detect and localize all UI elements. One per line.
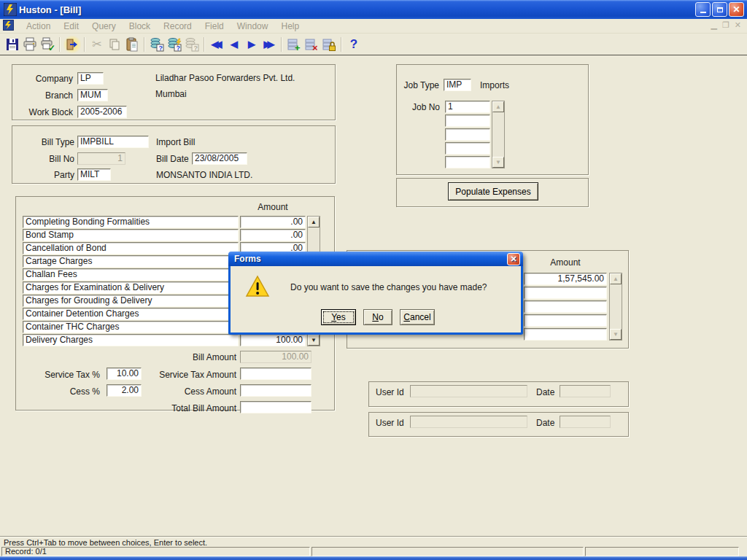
job-no-field[interactable] bbox=[445, 142, 490, 155]
save-icon[interactable] bbox=[4, 36, 21, 53]
previous-record-icon[interactable]: ◀ bbox=[225, 36, 243, 53]
company-label: Company bbox=[15, 74, 73, 84]
charges-amount-header: Amount bbox=[240, 202, 306, 212]
party-label: Party bbox=[16, 170, 74, 180]
minimize-button[interactable] bbox=[695, 2, 711, 17]
charge-name-field[interactable]: Container Detention Charges bbox=[23, 308, 239, 320]
menu-action[interactable]: Action bbox=[20, 20, 57, 33]
menu-block[interactable]: Block bbox=[123, 20, 157, 33]
mdi-close-icon[interactable]: ✕ bbox=[735, 20, 741, 30]
service-tax-amount-field[interactable] bbox=[240, 368, 311, 380]
user-id-label: User Id bbox=[376, 418, 404, 428]
dialog-titlebar: Forms ✕ bbox=[228, 252, 523, 266]
job-amount-field[interactable] bbox=[524, 328, 607, 341]
next-record-icon[interactable]: ▶ bbox=[243, 36, 260, 53]
scroll-up-icon[interactable]: ▲ bbox=[492, 101, 504, 112]
charge-amount-field[interactable]: .00 bbox=[240, 216, 306, 228]
menu-edit[interactable]: Edit bbox=[57, 20, 85, 33]
scroll-up-icon[interactable]: ▲ bbox=[308, 217, 320, 228]
menu-help[interactable]: Help bbox=[274, 20, 306, 33]
exit-icon[interactable] bbox=[63, 36, 81, 53]
print-icon[interactable] bbox=[21, 36, 39, 53]
populate-expenses-button[interactable]: Populate Expenses bbox=[448, 182, 538, 201]
restore-button[interactable] bbox=[712, 2, 727, 17]
job-no-field[interactable] bbox=[445, 128, 490, 141]
charge-name-field[interactable]: Challan Fees bbox=[23, 268, 239, 281]
job-no-field[interactable] bbox=[445, 114, 490, 127]
work-block-field[interactable]: 2005-2006 bbox=[77, 106, 127, 118]
party-name-text: MONSANTO INDIA LTD. bbox=[156, 170, 252, 180]
menu-bar: Action Edit Query Block Record Field Win… bbox=[0, 19, 747, 34]
menu-query[interactable]: Query bbox=[85, 20, 123, 33]
insert-record-icon[interactable]: + bbox=[285, 36, 303, 53]
menu-field[interactable]: Field bbox=[198, 20, 231, 33]
scroll-down-icon[interactable]: ▼ bbox=[492, 157, 504, 168]
charge-name-field[interactable]: Charges for Examination & Delivery bbox=[23, 281, 239, 294]
job-amount-field[interactable] bbox=[524, 314, 607, 327]
job-amount-field[interactable]: 1,57,545.00 bbox=[524, 273, 607, 285]
job-type-field[interactable]: IMP bbox=[444, 79, 471, 91]
no-button[interactable]: No bbox=[363, 309, 392, 325]
forms-dialog: Forms ✕ Do you want to save the changes … bbox=[228, 252, 523, 335]
job-amount-field[interactable] bbox=[524, 300, 607, 313]
scroll-down-icon[interactable]: ▼ bbox=[610, 329, 622, 340]
cess-amount-field[interactable] bbox=[240, 384, 311, 397]
charge-amount-field[interactable]: 100.00 bbox=[240, 334, 306, 346]
branch-label: Branch bbox=[15, 90, 73, 101]
bill-amount-field: 100.00 bbox=[240, 351, 311, 363]
help-icon[interactable]: ? bbox=[345, 36, 363, 53]
date-label: Date bbox=[536, 387, 554, 397]
party-field[interactable]: MILT bbox=[77, 168, 111, 181]
paste-icon[interactable] bbox=[123, 36, 141, 53]
total-bill-amount-field[interactable] bbox=[240, 401, 311, 413]
execute-query-icon[interactable]: ? bbox=[166, 36, 183, 53]
job-amount-field[interactable] bbox=[524, 287, 607, 299]
cancel-button[interactable]: Cancel bbox=[400, 309, 435, 325]
charge-name-field[interactable]: Completing Bonding Formalities bbox=[23, 216, 239, 228]
taskbar-edge bbox=[0, 556, 747, 560]
scroll-down-icon[interactable]: ▼ bbox=[308, 335, 320, 346]
bill-date-field[interactable]: 23/08/2005 bbox=[192, 152, 247, 165]
dialog-close-icon[interactable]: ✕ bbox=[507, 253, 520, 265]
menu-window[interactable]: Window bbox=[231, 20, 275, 33]
bill-no-label: Bill No bbox=[16, 154, 74, 164]
close-button[interactable]: ✕ bbox=[729, 2, 744, 17]
window-title: Huston - [Bill] bbox=[19, 4, 81, 15]
job-no-scrollbar[interactable]: ▲ ▼ bbox=[492, 101, 505, 168]
mdi-minimize-icon[interactable]: ▁ bbox=[711, 20, 716, 30]
bill-type-field[interactable]: IMPBILL bbox=[77, 136, 149, 148]
job-amounts-scrollbar[interactable]: ▲ ▼ bbox=[609, 273, 622, 341]
yes-button[interactable]: Yes bbox=[321, 309, 356, 325]
enter-query-icon[interactable]: ? bbox=[148, 36, 166, 53]
charge-name-field[interactable]: Bond Stamp bbox=[23, 229, 239, 241]
charge-name-field[interactable]: Cartage Charges bbox=[23, 255, 239, 268]
lock-record-icon[interactable] bbox=[320, 36, 338, 53]
bill-type-desc-text: Import Bill bbox=[156, 137, 195, 147]
status-cell bbox=[585, 547, 739, 556]
charge-name-field[interactable]: Charges for Grouding & Delivery bbox=[23, 295, 239, 307]
company-field[interactable]: LP bbox=[77, 72, 104, 85]
charge-name-field[interactable]: Delivery Charges bbox=[23, 334, 239, 346]
cut-icon[interactable]: ✂ bbox=[88, 36, 106, 53]
delete-record-icon[interactable]: × bbox=[303, 36, 320, 53]
first-record-icon[interactable]: ◀◀ bbox=[208, 36, 225, 53]
charge-amount-field[interactable]: .00 bbox=[240, 229, 306, 241]
service-tax-amount-label: Service Tax Amount bbox=[120, 370, 236, 380]
branch-field[interactable]: MUM bbox=[77, 89, 108, 101]
charge-name-field[interactable]: Cancellation of Bond bbox=[23, 242, 239, 254]
toolbar-separator bbox=[144, 37, 145, 52]
copy-icon[interactable] bbox=[106, 36, 123, 53]
toolbar-separator bbox=[204, 37, 205, 52]
window-titlebar: Huston - [Bill] ✕ bbox=[0, 0, 747, 19]
toolbar: ✓ ✂ ? ? ? ◀◀ ◀ ▶ ▶▶ + × ? bbox=[0, 34, 747, 55]
scroll-up-icon[interactable]: ▲ bbox=[610, 273, 622, 284]
menu-record[interactable]: Record bbox=[157, 20, 198, 33]
last-record-icon[interactable]: ▶▶ bbox=[260, 36, 278, 53]
svg-text:+: + bbox=[295, 42, 301, 52]
job-no-field[interactable] bbox=[445, 156, 490, 168]
bill-no-field: 1 bbox=[77, 152, 125, 165]
mdi-restore-icon[interactable]: ❐ bbox=[722, 20, 729, 30]
charge-name-field[interactable]: Container THC Charges bbox=[23, 321, 239, 333]
print-check-icon[interactable]: ✓ bbox=[39, 36, 56, 53]
job-no-field[interactable]: 1 bbox=[445, 101, 490, 113]
